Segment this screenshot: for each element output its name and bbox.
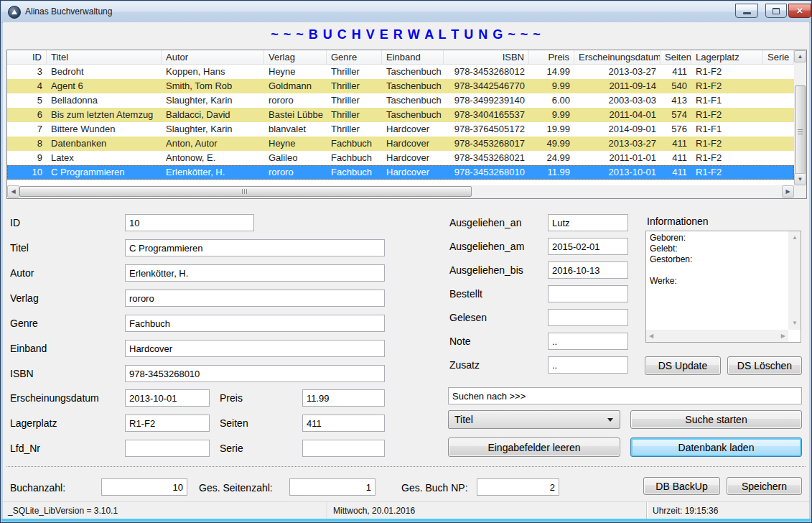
table-cell: Erlenkötter, H. (162, 165, 264, 180)
table-cell: Hardcover (382, 165, 444, 180)
ausgeliehen-an-field[interactable] (548, 214, 628, 231)
table-cell: 411 (661, 151, 691, 165)
table-cell: Taschenbuch (382, 79, 444, 93)
ausgeliehen-am-field[interactable] (548, 238, 628, 255)
column-header-einband[interactable]: Einband (382, 50, 444, 65)
preis-field[interactable] (302, 389, 385, 407)
scroll-left-button[interactable]: ◀ (7, 185, 19, 198)
search-filter-dropdown[interactable]: Titel (448, 410, 620, 429)
info-vertical-scrollbar[interactable]: ▲ ▼ (788, 231, 801, 330)
ausgeliehen-bis-field[interactable] (548, 262, 628, 279)
isbn-field[interactable] (125, 365, 385, 382)
table-cell: Taschenbuch (382, 65, 444, 79)
seiten-field[interactable] (302, 415, 385, 432)
ausgeliehen-an-label: Ausgeliehen_an (449, 217, 521, 228)
maximize-button[interactable] (765, 4, 787, 18)
scroll-down-button[interactable]: ▼ (794, 173, 806, 185)
horizontal-scrollbar-thumb[interactable] (19, 186, 472, 197)
column-header-erscheinungsdatum[interactable]: Erscheinungsdatum (574, 50, 661, 65)
table-vertical-scrollbar[interactable]: ▲ ▼ (794, 50, 806, 185)
eingabefelder-leeren-button[interactable]: Eingabefelder leeren (448, 438, 620, 457)
verlag-label: Verlag (10, 292, 39, 304)
erscheinungsdatum-label: Erscheinungsdatum (10, 392, 99, 404)
table-row[interactable]: 5BelladonnaSlaughter, KarinrororoThrille… (7, 93, 794, 108)
table-cell (763, 65, 794, 79)
table-cell: 411 (661, 165, 691, 180)
column-header-genre[interactable]: Genre (327, 50, 382, 65)
title-bar[interactable]: Alinas Buchverwaltung × (1, 1, 811, 23)
speichern-button[interactable]: Speichern (727, 477, 802, 495)
table-row[interactable]: 6Bis zum letzten AtemzugBaldacci, DavidB… (7, 108, 794, 122)
seitenzahl-field[interactable] (289, 478, 375, 496)
note-field[interactable] (548, 333, 628, 350)
column-header-preis[interactable]: Preis (529, 50, 574, 65)
lfd-nr-field[interactable] (125, 440, 210, 457)
table-cell: 978-3499239140 (444, 93, 529, 108)
zusatz-field[interactable] (548, 356, 628, 374)
table-cell: 6.00 (529, 93, 574, 108)
scrollbar-corner (794, 185, 806, 198)
column-header-verlag[interactable]: Verlag (264, 50, 327, 65)
table-cell: 3 (7, 65, 47, 79)
titel-field[interactable] (125, 239, 385, 256)
id-field[interactable] (125, 214, 254, 231)
table-cell: 978-3404165537 (444, 108, 529, 122)
table-cell: Thriller (327, 108, 382, 122)
column-header-lagerplatz[interactable]: Lagerplatz (691, 50, 763, 65)
column-header-autor[interactable]: Autor (162, 50, 264, 65)
buchanzahl-field[interactable] (101, 478, 187, 496)
suche-starten-button[interactable]: Suche starten (630, 410, 802, 429)
column-header-serie[interactable]: Serie (763, 50, 794, 65)
table-cell: 10 (7, 165, 47, 180)
table-horizontal-scrollbar[interactable]: ◀ ▶ (7, 185, 794, 198)
search-input[interactable] (448, 387, 802, 404)
table-cell: 2011-09-14 (574, 79, 661, 93)
table-cell: 978-3453268021 (444, 151, 529, 165)
column-header-isbn[interactable]: ISBN (444, 50, 529, 65)
db-backup-button[interactable]: DB BackUp (643, 477, 720, 495)
ausgeliehen-am-label: Ausgeliehen_am (449, 241, 524, 252)
table-row[interactable]: 3BedrohtKoppen, HansHeyneThrillerTaschen… (7, 65, 794, 79)
gelesen-field[interactable] (548, 309, 628, 326)
ds-update-button[interactable]: DS Update (645, 356, 721, 375)
buch-np-field[interactable] (477, 478, 559, 496)
column-header-titel[interactable]: Titel (47, 50, 162, 65)
table-row[interactable]: 10C ProgrammierenErlenkötter, H.rororoFa… (7, 165, 794, 180)
erscheinungsdatum-field[interactable] (125, 389, 210, 407)
table-cell: 978-3442546770 (444, 79, 529, 93)
table-cell: Slaughter, Karin (162, 93, 264, 108)
einband-field[interactable] (125, 340, 385, 357)
seitenzahl-label: Ges. Seitenzahl: (199, 482, 273, 494)
autor-field[interactable] (125, 264, 385, 282)
table-cell: R1-F1 (691, 122, 763, 136)
vertical-scrollbar-thumb[interactable] (795, 85, 806, 178)
datenbank-laden-button[interactable]: Datenbank laden (630, 438, 802, 457)
table-row[interactable]: 8DatenbankenAnton, AutorHeyneFachbuchHar… (7, 136, 794, 151)
table-cell: 540 (661, 79, 691, 93)
serie-field[interactable] (302, 440, 385, 457)
bestellt-field[interactable] (548, 285, 628, 302)
column-header-id[interactable]: ID (7, 50, 47, 65)
table-body: 3BedrohtKoppen, HansHeyneThrillerTaschen… (7, 65, 794, 185)
lagerplatz-field[interactable] (125, 415, 210, 432)
table-cell: R1-F2 (691, 165, 763, 180)
column-header-seiten[interactable]: Seiten (661, 50, 691, 65)
ds-loeschen-button[interactable]: DS Löschen (727, 356, 802, 375)
verlag-field[interactable] (125, 290, 385, 307)
scroll-up-button[interactable]: ▲ (794, 50, 806, 63)
table-row[interactable]: 9LatexAntonow, E.GalileoFachbuchHardcove… (7, 151, 794, 165)
minimize-button[interactable] (735, 4, 758, 18)
scroll-right-button[interactable]: ▶ (782, 185, 794, 198)
table-cell: 978-3453268012 (444, 65, 529, 79)
table-row[interactable]: 7Bittere WundenSlaughter, Karinblanvalet… (7, 122, 794, 136)
table-cell: Anton, Autor (162, 136, 264, 151)
status-sqlite-version: _SQLite_LibVersion = 3.10.1 (3, 502, 327, 520)
info-horizontal-scrollbar[interactable]: ◀ ▶ (646, 330, 788, 342)
close-button[interactable]: × (788, 4, 811, 18)
informationen-box[interactable]: Geboren: Gelebt: Gestorben: Werke: ▲ ▼ ◀… (645, 231, 801, 343)
table-cell (763, 165, 794, 180)
isbn-label: ISBN (10, 368, 34, 379)
genre-field[interactable] (125, 315, 385, 332)
table-cell: Hardcover (382, 122, 444, 136)
table-row[interactable]: 4Agent 6Smith, Tom RobGoldmannThrillerTa… (7, 79, 794, 93)
